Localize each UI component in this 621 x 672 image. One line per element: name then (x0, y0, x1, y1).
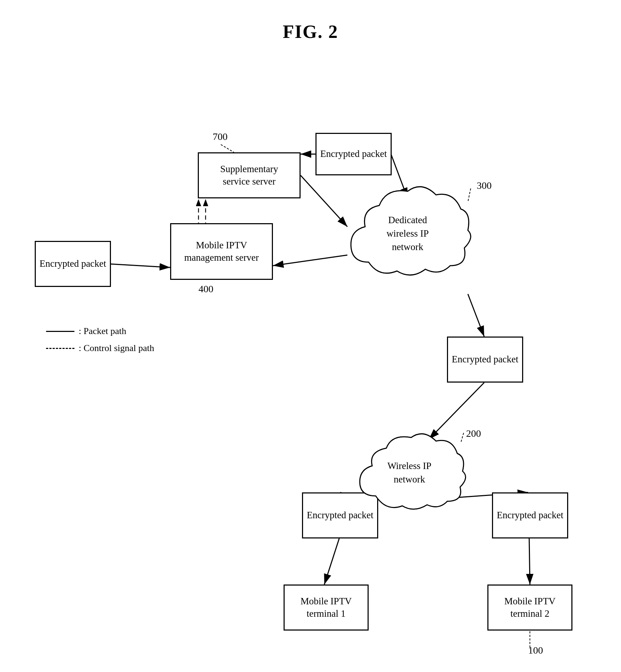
encrypted-packet-top-box: Encrypted packet (315, 133, 392, 175)
legend: : Packet path : Control signal path (46, 326, 154, 360)
svg-line-8 (273, 255, 347, 266)
svg-line-13 (324, 538, 339, 585)
svg-line-14 (529, 538, 530, 585)
supplementary-service-server-box: Supplementary service server (198, 152, 301, 198)
svg-line-9 (468, 294, 484, 337)
ref-400: 400 (198, 283, 213, 295)
page-title: FIG. 2 (0, 0, 621, 42)
ref-700: 700 (213, 131, 228, 142)
ref-100: 100 (528, 645, 543, 656)
svg-line-7 (109, 264, 170, 267)
legend-dashed-line (46, 348, 74, 349)
encrypted-packet-left-box: Encrypted packet (35, 241, 111, 287)
legend-control-signal-label: : Control signal path (79, 343, 154, 354)
encrypted-packet-right-300-box: Encrypted packet (447, 337, 523, 383)
mobile-iptv-management-server-box: Mobile IPTV management server (170, 223, 273, 280)
mobile-iptv-terminal1-box: Mobile IPTV terminal 1 (284, 585, 369, 631)
legend-control-signal: : Control signal path (46, 343, 154, 354)
legend-packet-path-label: : Packet path (79, 326, 126, 337)
wireless-ip-cloud: Wireless IPnetwork (351, 425, 468, 521)
ref-300: 300 (477, 180, 492, 191)
legend-solid-line (46, 331, 74, 332)
svg-line-15 (221, 145, 234, 152)
legend-packet-path: : Packet path (46, 326, 154, 337)
mobile-iptv-terminal2-box: Mobile IPTV terminal 2 (487, 585, 572, 631)
dedicated-wireless-ip-cloud: Dedicatedwireless IPnetwork (340, 177, 475, 290)
ref-200: 200 (466, 428, 481, 439)
encrypted-packet-bottom-right-box: Encrypted packet (492, 492, 568, 538)
